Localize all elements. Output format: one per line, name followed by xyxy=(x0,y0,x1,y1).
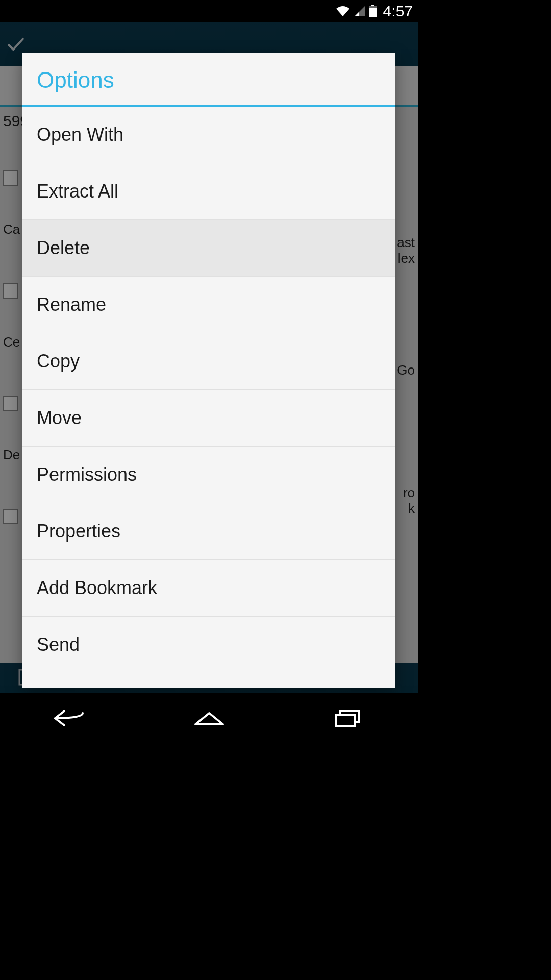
cell-signal-icon xyxy=(354,5,366,17)
option-item-extract-all[interactable]: Extract All xyxy=(22,163,395,220)
option-item-open-with[interactable]: Open With xyxy=(22,107,395,163)
options-dialog: Options Open WithExtract AllDeleteRename… xyxy=(22,53,395,688)
navigation-bar xyxy=(0,693,418,743)
option-item-properties[interactable]: Properties xyxy=(22,503,395,560)
clock-text: 4:57 xyxy=(383,3,413,20)
recents-button[interactable] xyxy=(318,703,379,733)
svg-rect-5 xyxy=(336,715,355,726)
app-surface: 599 ast lex Ca Go Ce ro k De xyxy=(0,22,418,693)
option-item-permissions[interactable]: Permissions xyxy=(22,447,395,503)
option-item-delete[interactable]: Delete xyxy=(22,220,395,277)
svg-rect-2 xyxy=(369,8,377,17)
option-item-move[interactable]: Move xyxy=(22,390,395,447)
home-button[interactable] xyxy=(179,703,240,733)
dialog-title: Options xyxy=(22,53,395,105)
option-item-send[interactable]: Send xyxy=(22,617,395,673)
status-bar: 4:57 xyxy=(0,0,418,22)
wifi-icon xyxy=(335,5,350,17)
option-item-rename[interactable]: Rename xyxy=(22,277,395,333)
back-button[interactable] xyxy=(39,703,101,733)
option-item-add-bookmark[interactable]: Add Bookmark xyxy=(22,560,395,617)
svg-rect-0 xyxy=(371,5,374,6)
battery-icon xyxy=(369,5,377,18)
dialog-list: Open WithExtract AllDeleteRenameCopyMove… xyxy=(22,107,395,688)
option-item-copy[interactable]: Copy xyxy=(22,333,395,390)
